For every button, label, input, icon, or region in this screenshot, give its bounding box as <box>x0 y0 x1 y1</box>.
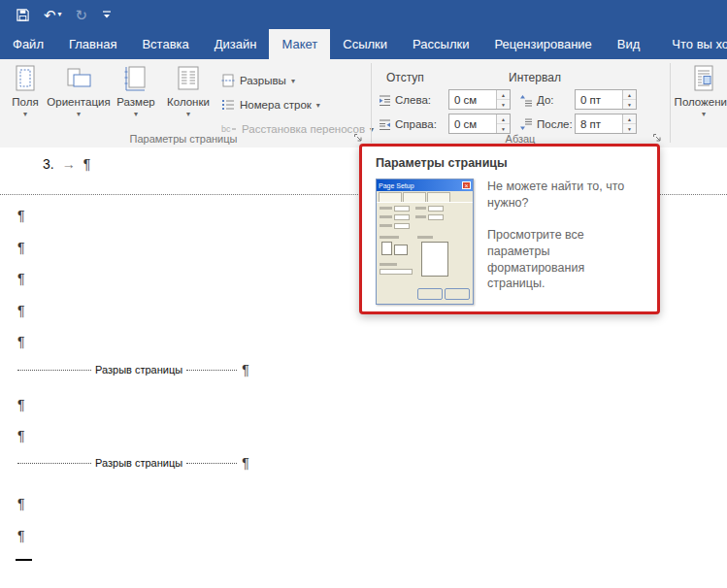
end-of-document-marker <box>16 559 32 561</box>
spacing-before-input-group: ▲ ▼ <box>575 89 637 110</box>
pilcrow-mark: ¶ <box>17 272 25 285</box>
indent-left-field-label: Слева: <box>379 90 431 110</box>
save-button[interactable] <box>16 8 30 22</box>
pilcrow-mark: ¶ <box>17 241 25 254</box>
supertip-title: Параметры страницы <box>376 156 644 170</box>
dropdown-caret-icon: ▾ <box>186 111 190 118</box>
orientation-button[interactable]: Ориентация ▾ <box>49 64 109 138</box>
pilcrow-mark: ¶ <box>17 429 25 442</box>
indent-left-icon <box>379 94 391 107</box>
dropdown-caret-icon: ▾ <box>316 102 320 110</box>
thumbnail-ok-button <box>417 288 443 300</box>
indent-left-spinner: ▲ ▼ <box>496 90 510 109</box>
dropdown-caret-icon: ▾ <box>291 78 295 85</box>
spinner-down-icon[interactable]: ▼ <box>623 124 636 133</box>
indent-right-icon <box>379 118 391 131</box>
page-break-label: Разрыв страницы <box>91 364 186 376</box>
dropdown-caret-icon: ▾ <box>134 111 138 118</box>
redo-button[interactable]: ↻ <box>76 8 88 22</box>
spacing-before-icon <box>520 94 533 107</box>
save-icon <box>16 8 30 22</box>
thumbnail-body <box>377 202 473 304</box>
spacing-after-spinner: ▲ ▼ <box>622 114 636 133</box>
spacing-after-label: После: <box>537 118 573 130</box>
pilcrow-mark: ¶ <box>17 209 25 222</box>
indent-header: Отступ <box>386 71 424 84</box>
tab-design[interactable]: Дизайн <box>202 29 270 59</box>
page-break-dots <box>17 365 91 371</box>
pilcrow-mark: ¶ <box>17 529 25 542</box>
indent-right-field-label: Справа: <box>379 114 437 134</box>
spacing-after-input-group: ▲ ▼ <box>575 114 637 134</box>
size-label: Размер <box>116 96 155 109</box>
spinner-up-icon[interactable]: ▲ <box>623 90 636 100</box>
line-numbers-button[interactable]: Номера строк ▾ <box>221 95 320 114</box>
spacing-before-label: До: <box>537 94 554 106</box>
spacing-before-spinner: ▲ ▼ <box>622 90 636 109</box>
page-break-dots <box>186 365 237 371</box>
indent-right-input-group: ▲ ▼ <box>448 114 511 134</box>
position-button[interactable]: Положение ▾ <box>677 64 727 138</box>
indent-left-input-group: ▲ ▼ <box>448 89 511 110</box>
tab-mark-icon: → <box>62 157 76 171</box>
spacing-before-input[interactable] <box>576 90 622 109</box>
document-line: 3. → ¶ <box>43 157 90 171</box>
spinner-down-icon[interactable]: ▼ <box>497 124 510 133</box>
tab-mailings[interactable]: Рассылки <box>400 29 481 59</box>
tab-home[interactable]: Главная <box>56 29 129 59</box>
margins-button[interactable]: Поля ▾ <box>6 64 45 138</box>
line-numbers-label: Номера строк <box>240 99 312 111</box>
thumbnail-cancel-button <box>445 288 470 300</box>
page-break-line: Разрыв страницы ¶ <box>17 363 249 376</box>
pilcrow-mark: ¶ <box>242 362 249 377</box>
tell-me-box[interactable]: Что вы хот <box>660 29 727 59</box>
page-break-line: Разрыв страницы ¶ <box>17 456 249 470</box>
thumbnail-tabs <box>377 191 473 202</box>
customize-quick-access-button[interactable] <box>101 9 113 20</box>
spinner-up-icon[interactable]: ▲ <box>497 114 510 124</box>
position-icon <box>690 64 717 93</box>
spacing-after-field-label: После: <box>520 114 573 134</box>
size-button[interactable]: Размер ▾ <box>113 64 159 138</box>
indent-right-input[interactable] <box>449 114 496 133</box>
orientation-icon <box>65 64 92 93</box>
tab-insert[interactable]: Вставка <box>129 29 201 59</box>
dropdown-caret-icon: ▾ <box>23 111 27 118</box>
tab-review[interactable]: Рецензирование <box>481 29 604 59</box>
list-number: 3. <box>43 157 54 171</box>
breaks-icon <box>221 74 235 87</box>
spinner-up-icon[interactable]: ▲ <box>497 90 510 100</box>
ribbon: Поля ▾ Ориентация ▾ Размер ▾ <box>0 59 727 148</box>
page-setup-dialog-thumbnail: Page Setup × <box>376 179 474 305</box>
thumbnail-titlebar: Page Setup × <box>377 180 473 191</box>
page-break-dots <box>186 458 237 464</box>
margins-icon <box>12 64 39 93</box>
dropdown-caret-icon: ▾ <box>702 111 706 118</box>
pilcrow-mark: ¶ <box>17 304 25 317</box>
page-break-dots <box>17 458 91 464</box>
spinner-up-icon[interactable]: ▲ <box>623 114 636 124</box>
columns-button[interactable]: Колонки ▾ <box>163 64 214 138</box>
tab-file[interactable]: Файл <box>0 29 56 59</box>
pilcrow-mark: ¶ <box>17 335 25 348</box>
pilcrow-mark: ¶ <box>83 157 91 171</box>
ribbon-tab-bar: Файл Главная Вставка Дизайн Макет Ссылки… <box>0 29 727 59</box>
page-setup-supertip: Параметры страницы Page Setup × <box>359 144 660 314</box>
group-separator <box>371 63 372 143</box>
indent-left-input[interactable] <box>449 90 496 109</box>
tab-view[interactable]: Вид <box>605 29 653 59</box>
breaks-button[interactable]: Разрывы ▾ <box>221 71 295 90</box>
pilcrow-mark: ¶ <box>17 398 25 411</box>
breaks-label: Разрывы <box>240 75 286 86</box>
spinner-down-icon[interactable]: ▼ <box>497 100 510 109</box>
margins-label: Поля <box>12 96 38 109</box>
columns-icon <box>175 64 202 93</box>
undo-button[interactable]: ↶ ▾ <box>44 8 62 22</box>
spacing-after-input[interactable] <box>576 114 622 133</box>
pilcrow-mark: ¶ <box>17 497 25 510</box>
pilcrow-mark: ¶ <box>242 455 249 471</box>
customize-quick-access-icon <box>101 9 113 20</box>
tab-layout[interactable]: Макет <box>269 29 330 59</box>
spinner-down-icon[interactable]: ▼ <box>623 100 636 109</box>
tab-references[interactable]: Ссылки <box>330 29 400 59</box>
